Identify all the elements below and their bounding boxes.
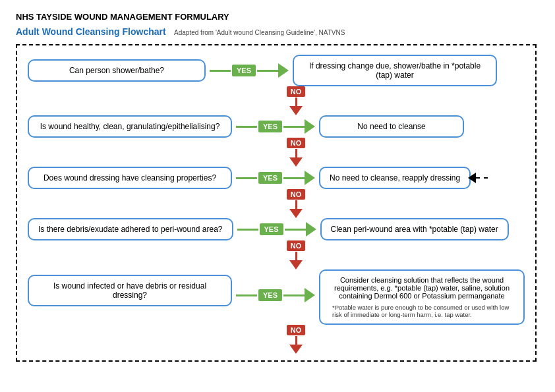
yes-arrow-2: YES (236, 119, 315, 134)
no-arrow-1: NO (67, 86, 525, 115)
yes-arrow-5: YES (236, 288, 315, 302)
yes-arrow-3: YES (236, 171, 315, 185)
page-title: NHS TAYSIDE WOUND MANAGEMENT FORMULARY (16, 12, 539, 22)
answer-box-5: Consider cleansing solution that reflect… (319, 269, 525, 325)
question-box-3: Does wound dressing have cleansing prope… (28, 167, 232, 189)
question-box-2: Is wound healthy, clean, granulating/epi… (28, 115, 232, 138)
no-arrow-5: NO (67, 325, 525, 354)
section-title: Adult Wound Cleansing Flowchart (16, 26, 166, 37)
no-arrow-3: NO (67, 189, 525, 218)
yes-arrow-4: YES (237, 222, 316, 237)
section-subtitle: Adapted from 'Adult wound Cleansing Guid… (174, 29, 345, 36)
answer-box-4: Clean peri-wound area with *potable (tap… (320, 218, 509, 240)
flow-row-5: Is wound infected or have debris or resi… (28, 269, 525, 325)
flow-row-1: Can person shower/bathe? YES If dressing… (28, 55, 525, 86)
answer-box-3: No need to cleanse, reapply dressing (319, 167, 471, 189)
question-box-4: Is there debris/exudate adhered to peri-… (28, 218, 233, 240)
no-arrow-2: NO (67, 138, 525, 167)
footnote: *Potable water is pure enough to be cons… (330, 304, 514, 318)
answer-box-1: If dressing change due, shower/bathe in … (293, 55, 497, 86)
flow-row-3: Does wound dressing have cleansing prope… (28, 167, 525, 189)
question-box-1: Can person shower/bathe? (28, 59, 206, 82)
flow-row-4: Is there debris/exudate adhered to peri-… (28, 218, 525, 240)
flowchart: Can person shower/bathe? YES If dressing… (16, 44, 537, 362)
question-box-5: Is wound infected or have debris or resi… (28, 275, 232, 306)
yes-arrow-1: YES (210, 63, 289, 78)
no-arrow-4: NO (67, 240, 525, 269)
dashed-arrow-indicator (468, 173, 488, 183)
answer-box-2: No need to cleanse (319, 115, 464, 138)
flow-row-2: Is wound healthy, clean, granulating/epi… (28, 115, 525, 138)
